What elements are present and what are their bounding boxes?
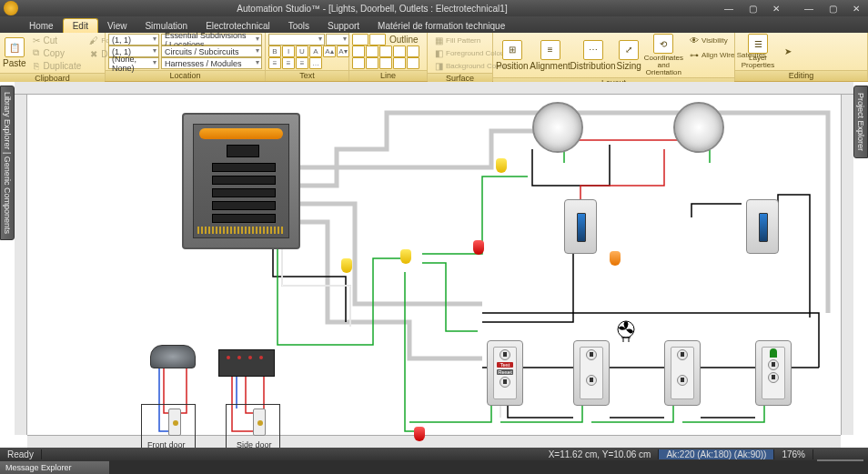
copy-button[interactable]: ⧉Copy: [28, 46, 85, 59]
fill-icon: ▦: [433, 35, 444, 45]
breaker-2[interactable]: [212, 176, 276, 185]
smoke-detector-1[interactable]: [532, 102, 583, 153]
main-breaker[interactable]: [227, 145, 259, 157]
electrical-panel[interactable]: [182, 113, 300, 249]
smoke-detector-2[interactable]: [673, 102, 724, 153]
title-bar: Automation Studio™ - [Lights, Doorbell, …: [0, 0, 868, 16]
diagram-canvas[interactable]: Front door Side door Test Reset: [27, 95, 841, 435]
text-more-button[interactable]: …: [309, 57, 322, 69]
select-arrow-button[interactable]: ➤: [780, 34, 796, 69]
arrow1-button[interactable]: [352, 57, 365, 69]
alignment-button[interactable]: ≡Alignment: [531, 34, 570, 76]
line-style5-button[interactable]: [407, 45, 419, 57]
wire-nut-orange-1[interactable]: [610, 251, 621, 266]
wire-nut-yellow-3[interactable]: [400, 249, 411, 264]
status-bar: Ready X=11.62 cm, Y=10.06 cm Ak:220 (Ak:…: [0, 448, 868, 460]
breaker-5[interactable]: [212, 214, 276, 223]
light-switch-2[interactable]: [746, 199, 779, 254]
app-logo-icon: [4, 1, 18, 15]
wire-nut-yellow-1[interactable]: [496, 158, 507, 173]
distribution-button[interactable]: ⋯Distribution: [572, 34, 614, 76]
font-dropdown[interactable]: [268, 34, 325, 45]
position-button[interactable]: ⊞Position: [496, 34, 529, 76]
breaker-4[interactable]: [212, 201, 276, 210]
brush-icon: 🖌: [88, 35, 99, 45]
line-style1-button[interactable]: [352, 45, 365, 57]
tab-edit[interactable]: Edit: [63, 18, 98, 33]
project-explorer-tab[interactable]: Project Explorer: [853, 86, 868, 158]
copy-icon: ⧉: [31, 47, 42, 58]
paste-label: Paste: [3, 58, 26, 68]
message-explorer-tab[interactable]: Message Explorer: [0, 460, 109, 474]
wire-nut-yellow-2[interactable]: [341, 258, 352, 273]
subdivisions-dropdown[interactable]: Essential Subdivisions / Locations: [161, 34, 262, 45]
cut-button[interactable]: ✂Cut: [28, 34, 85, 46]
sizing-button[interactable]: ⤢Sizing: [617, 34, 641, 76]
child-close-button[interactable]: ✕: [764, 1, 788, 15]
coord3-dropdown[interactable]: (None, None): [108, 57, 159, 69]
toggle-icon: [577, 213, 586, 242]
align-left-button[interactable]: ≡: [268, 57, 281, 69]
light-switch-1[interactable]: [564, 199, 597, 254]
breaker-3[interactable]: [212, 188, 276, 197]
group-location: (1, 1) (1, 1) (None, None) Essential Sub…: [106, 33, 266, 81]
shrink-font-button[interactable]: A▾: [337, 45, 349, 57]
status-ready: Ready: [0, 449, 42, 459]
circuits-dropdown[interactable]: Circuits / Subcircuits: [161, 45, 262, 57]
wire-icon: ⊶: [689, 49, 700, 60]
wire-nut-red-1[interactable]: [473, 240, 484, 255]
tab-home[interactable]: Home: [20, 19, 63, 33]
tab-support[interactable]: Support: [318, 19, 368, 33]
harnesses-dropdown[interactable]: Harnesses / Modules: [161, 57, 262, 69]
line-style3-button[interactable]: [379, 45, 392, 57]
line-color-button[interactable]: [352, 34, 368, 45]
doorbell-transformer[interactable]: [150, 345, 196, 368]
coords-orient-button[interactable]: ⟲Coordinates and Orientation: [644, 34, 683, 76]
breaker-1[interactable]: [212, 163, 276, 172]
layer-properties-button[interactable]: ☰Layer Properties: [738, 34, 778, 69]
outlet-3[interactable]: [755, 340, 792, 406]
tab-tools[interactable]: Tools: [279, 19, 318, 33]
ruler-horizontal: [15, 82, 853, 95]
align-center-button[interactable]: ≡: [282, 57, 295, 69]
minimize-button[interactable]: —: [797, 1, 821, 15]
line-weight-button[interactable]: [369, 34, 386, 45]
outline-button[interactable]: Outline: [387, 34, 421, 45]
arrow4-button[interactable]: [393, 57, 406, 69]
duplicate-button[interactable]: ⎘Duplicate: [28, 59, 85, 72]
line-style4-button[interactable]: [393, 45, 406, 57]
grow-font-button[interactable]: A▴: [323, 45, 336, 57]
italic-button[interactable]: I: [282, 45, 295, 57]
align-right-button[interactable]: ≡: [296, 57, 308, 69]
paste-icon: 📋: [9, 43, 20, 53]
ribbon-tabs: Home Edit View Simulation Electrotechnic…: [0, 16, 868, 33]
arrow2-button[interactable]: [366, 57, 378, 69]
gfci-outlet[interactable]: Test Reset: [487, 340, 523, 406]
tab-training[interactable]: Matériel de formation technique: [368, 19, 514, 33]
gfci-test-button[interactable]: Test: [497, 362, 513, 368]
outlet-2[interactable]: [664, 340, 701, 406]
bold-button[interactable]: B: [268, 45, 281, 57]
arrow3-button[interactable]: [379, 57, 392, 69]
gfci-reset-button[interactable]: Reset: [497, 369, 513, 375]
doorbell-chime[interactable]: [218, 349, 275, 377]
fontsize-dropdown[interactable]: [326, 34, 349, 45]
receptacle-icon: [500, 349, 510, 360]
tab-view[interactable]: View: [98, 19, 136, 33]
wire-nut-red-2[interactable]: [414, 427, 425, 441]
library-explorer-tab[interactable]: Library Explorer | Generic Components: [0, 86, 15, 240]
toggle-icon: [759, 213, 768, 242]
underline-button[interactable]: U: [296, 45, 308, 57]
arrow5-button[interactable]: [407, 57, 419, 69]
maximize-button[interactable]: ▢: [821, 1, 844, 15]
child-minimize-button[interactable]: —: [717, 1, 741, 15]
fan-icon[interactable]: [614, 320, 638, 344]
line-style2-button[interactable]: [366, 45, 378, 57]
paste-button[interactable]: 📋 Paste: [3, 34, 26, 72]
status-zoom[interactable]: 176%: [774, 449, 813, 459]
close-button[interactable]: ✕: [844, 1, 868, 15]
fontcolor-button[interactable]: A: [309, 45, 322, 57]
child-maximize-button[interactable]: ▢: [741, 1, 764, 15]
coord1-dropdown[interactable]: (1, 1): [108, 34, 159, 45]
outlet-1[interactable]: [573, 340, 610, 406]
